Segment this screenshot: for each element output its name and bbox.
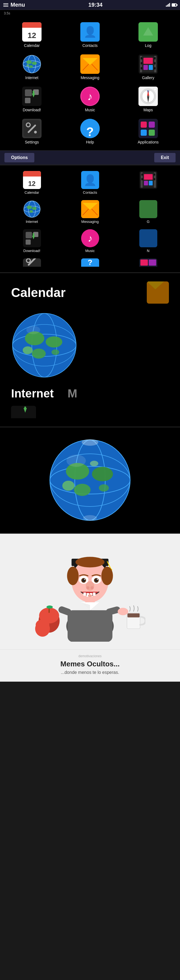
svg-text:♪: ♪ bbox=[87, 233, 93, 244]
app-item-internet[interactable]: Internet bbox=[3, 51, 61, 83]
partial-internet[interactable]: Internet bbox=[3, 197, 61, 226]
partial-contacts-icon: 👤 bbox=[81, 171, 99, 189]
svg-point-79 bbox=[26, 259, 30, 262]
partial-calendar[interactable]: 12 Calendar bbox=[3, 168, 61, 197]
bottom-text-section: demotivaciones Memes Ocultos... ...donde… bbox=[0, 649, 180, 682]
maps-icon: N bbox=[139, 87, 158, 106]
meme-section bbox=[0, 533, 180, 649]
svg-rect-56 bbox=[154, 178, 155, 180]
svg-point-89 bbox=[32, 348, 46, 359]
svg-point-91 bbox=[52, 349, 59, 355]
partial-calendar-label: Calendar bbox=[25, 190, 39, 194]
svg-rect-94 bbox=[24, 407, 26, 409]
svg-point-6 bbox=[26, 60, 32, 64]
partial-messaging[interactable]: Messaging bbox=[61, 197, 119, 226]
zoomed-m-title: M bbox=[68, 387, 77, 400]
svg-rect-116 bbox=[127, 613, 140, 617]
contacts-label: Contacts bbox=[82, 43, 98, 48]
svg-point-103 bbox=[62, 481, 74, 491]
partial-help-bottom[interactable]: ? bbox=[61, 256, 119, 269]
nokia-menu-screen: Menu 19:34 3.5s 12 Calendar bbox=[0, 0, 180, 165]
svg-point-148 bbox=[118, 608, 128, 615]
app-item-calendar[interactable]: 12 Calendar bbox=[3, 19, 61, 51]
svg-point-66 bbox=[29, 210, 33, 213]
svg-point-8 bbox=[29, 65, 33, 68]
partial-gallery-icon-cut bbox=[139, 171, 157, 189]
meme-image bbox=[35, 543, 145, 640]
svg-rect-58 bbox=[144, 181, 148, 185]
svg-point-46 bbox=[34, 131, 37, 134]
partial-menu-screen: 12 Calendar 👤 Contacts bbox=[0, 165, 180, 272]
svg-point-92 bbox=[26, 326, 40, 334]
svg-rect-31 bbox=[33, 91, 34, 95]
carrier-label: 3.5s bbox=[4, 11, 10, 15]
app-item-maps[interactable]: N Maps bbox=[119, 83, 177, 115]
partial-messaging-label: Messaging bbox=[81, 220, 99, 224]
svg-point-41 bbox=[147, 95, 149, 97]
app-item-messaging[interactable]: Messaging bbox=[61, 51, 119, 83]
options-button[interactable]: Options bbox=[5, 153, 34, 162]
exit-button[interactable]: Exit bbox=[154, 153, 175, 162]
svg-rect-25 bbox=[144, 65, 148, 70]
app-item-settings[interactable]: Settings bbox=[3, 115, 61, 148]
settings-icon bbox=[22, 119, 41, 138]
calendar-icon: 12 bbox=[22, 22, 41, 41]
partial-n-label: N bbox=[147, 249, 149, 253]
help-label: Help bbox=[86, 140, 94, 144]
partial-music[interactable]: ♪ Music bbox=[61, 226, 119, 256]
meme-title: Memes Ocultos... bbox=[6, 660, 174, 668]
globe-closeup-svg bbox=[49, 439, 131, 522]
partial-g-cut[interactable]: G bbox=[119, 197, 177, 226]
internet-icon bbox=[22, 54, 41, 74]
maps-label: Maps bbox=[144, 108, 153, 112]
partial-download[interactable]: Download! bbox=[3, 226, 61, 256]
svg-point-106 bbox=[82, 439, 98, 446]
app-item-log[interactable]: Log bbox=[119, 19, 177, 51]
download-icon bbox=[22, 87, 41, 106]
partial-internet-label: Internet bbox=[26, 220, 38, 224]
svg-rect-118 bbox=[68, 610, 112, 641]
svg-rect-24 bbox=[144, 58, 153, 64]
partial-gallery-cut[interactable] bbox=[119, 168, 177, 197]
music-label: Music bbox=[85, 108, 95, 112]
app-item-contacts[interactable]: Contacts bbox=[61, 19, 119, 51]
svg-point-9 bbox=[26, 64, 29, 67]
svg-point-138 bbox=[86, 581, 94, 590]
signal-strength-icon bbox=[166, 3, 170, 7]
svg-rect-53 bbox=[141, 173, 143, 175]
gallery-icon bbox=[139, 54, 158, 74]
svg-rect-55 bbox=[154, 173, 155, 175]
svg-rect-22 bbox=[154, 62, 156, 64]
app-item-help[interactable]: ? Help bbox=[61, 115, 119, 148]
gallery-label: Gallery bbox=[142, 75, 154, 80]
svg-point-145 bbox=[88, 594, 92, 597]
menu-title: Menu bbox=[11, 2, 25, 8]
meme-subtitle: ...donde menos te lo esperas. bbox=[6, 670, 174, 675]
svg-rect-19 bbox=[141, 62, 142, 64]
download-label: Download! bbox=[23, 108, 41, 112]
svg-rect-73 bbox=[25, 240, 30, 245]
svg-rect-59 bbox=[149, 181, 153, 185]
status-bar: Menu 19:34 bbox=[0, 0, 180, 10]
watermark-text: demotivaciones bbox=[6, 654, 174, 658]
svg-point-90 bbox=[23, 346, 33, 354]
app-item-music[interactable]: ♪ Music bbox=[61, 83, 119, 115]
help-icon: ? bbox=[80, 119, 100, 138]
partial-n-cut[interactable]: N bbox=[119, 226, 177, 256]
partial-g-icon bbox=[139, 200, 157, 218]
app-item-applications[interactable]: Applications bbox=[119, 115, 177, 148]
app-item-download[interactable]: Download! bbox=[3, 83, 61, 115]
svg-rect-29 bbox=[25, 98, 30, 103]
log-icon bbox=[139, 22, 158, 41]
partial-settings-bottom[interactable] bbox=[3, 256, 61, 269]
svg-point-7 bbox=[32, 62, 37, 65]
svg-text:♪: ♪ bbox=[87, 91, 93, 102]
app-item-gallery[interactable]: Gallery bbox=[119, 51, 177, 83]
svg-point-95 bbox=[50, 440, 130, 520]
zoomed-calendar-title: Calendar bbox=[11, 285, 66, 300]
troll-svg bbox=[35, 542, 145, 642]
partial-contacts[interactable]: 👤 Contacts bbox=[61, 168, 119, 197]
svg-text:?: ? bbox=[87, 125, 94, 138]
partial-music-label: Music bbox=[85, 249, 95, 253]
partial-apps-bottom[interactable] bbox=[119, 256, 177, 269]
